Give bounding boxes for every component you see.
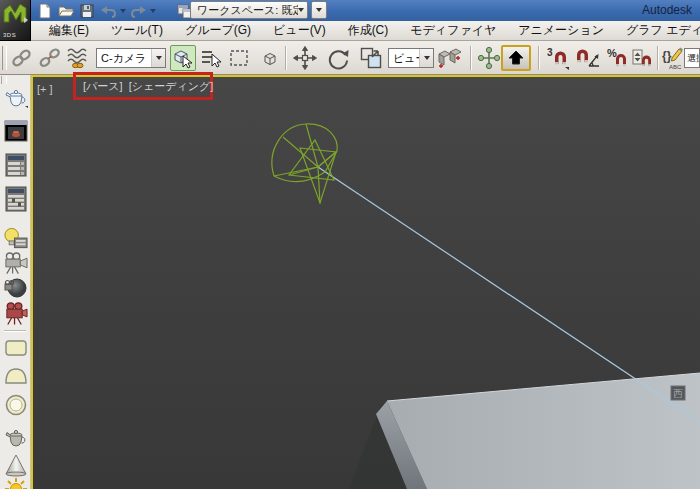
viewport-scene: 西 bbox=[33, 77, 700, 489]
svg-text:西: 西 bbox=[673, 388, 683, 399]
save-icon[interactable] bbox=[78, 2, 96, 19]
selection-filter-value: C-カメラ bbox=[97, 51, 151, 66]
autodesk-brand-label: Autodesk bbox=[642, 3, 692, 17]
select-by-name-icon[interactable] bbox=[199, 46, 223, 70]
new-file-icon[interactable] bbox=[36, 2, 54, 19]
select-object-button[interactable] bbox=[170, 45, 196, 71]
menu-tools[interactable]: ツール(T) bbox=[100, 21, 174, 40]
viewport-shading-label[interactable]: [シェーディング] bbox=[129, 79, 214, 94]
percent-snap-icon[interactable]: % bbox=[606, 46, 629, 70]
svg-text:3: 3 bbox=[547, 47, 553, 58]
link-icon[interactable] bbox=[10, 46, 34, 70]
svg-text:ABC: ABC bbox=[669, 64, 682, 70]
menu-animation[interactable]: アニメーション bbox=[507, 21, 615, 40]
unlink-icon[interactable] bbox=[38, 46, 62, 70]
named-selection-value: 選択セ bbox=[687, 52, 700, 65]
menu-create[interactable]: 作成(C) bbox=[337, 21, 400, 40]
sidebar-grip[interactable] bbox=[1, 76, 7, 84]
redo-icon[interactable] bbox=[129, 2, 147, 19]
toolbar-grip[interactable] bbox=[2, 46, 7, 70]
render-setup-icon[interactable] bbox=[3, 153, 28, 177]
area-light-icon[interactable] bbox=[3, 336, 28, 360]
named-selection-input[interactable]: 選択セ bbox=[684, 48, 700, 68]
workspace-selector[interactable]: ワークスペース: 既定 bbox=[190, 1, 308, 19]
logo-flyout-icon bbox=[24, 17, 28, 23]
qat-overflow-button[interactable] bbox=[311, 1, 327, 19]
main-toolbar: C-カメラ bbox=[0, 41, 700, 75]
quick-access-toolbar bbox=[36, 2, 194, 19]
viewport-menu-plus[interactable]: [+ ] bbox=[37, 83, 53, 95]
workspace-caret-icon bbox=[298, 8, 304, 12]
menu-modifiers[interactable]: モディファイヤ bbox=[399, 21, 507, 40]
cone-icon[interactable] bbox=[3, 453, 28, 477]
annotation-red-box: [パース] [シェーディング] bbox=[73, 72, 213, 100]
spinner-snap-icon[interactable] bbox=[631, 46, 653, 70]
environment-icon[interactable] bbox=[3, 187, 28, 211]
undo-icon[interactable] bbox=[99, 2, 117, 19]
rendered-frame-icon[interactable] bbox=[3, 119, 28, 143]
dark-sphere-icon[interactable] bbox=[3, 276, 28, 300]
menu-bar: 編集(E) ツール(T) グループ(G) ビュー(V) 作成(C) モディファイ… bbox=[0, 21, 700, 41]
redo-dropdown-icon[interactable] bbox=[150, 9, 156, 13]
ref-coord-caret-icon bbox=[419, 49, 433, 67]
menu-edit[interactable]: 編集(E) bbox=[38, 21, 100, 40]
ground-slab[interactable] bbox=[349, 373, 700, 489]
scale-icon[interactable] bbox=[357, 46, 385, 70]
viewport-pov-label[interactable]: [パース] bbox=[83, 79, 123, 94]
selection-filter-dropdown[interactable]: C-カメラ bbox=[96, 48, 166, 68]
manipulate-icon[interactable] bbox=[477, 46, 500, 70]
snap-3d-icon[interactable]: 3 bbox=[545, 46, 569, 70]
svg-text:{}: {} bbox=[662, 49, 672, 63]
move-icon[interactable] bbox=[291, 46, 319, 70]
edit-selection-sets-icon[interactable]: {} ABC bbox=[661, 46, 684, 70]
open-file-icon[interactable] bbox=[57, 2, 75, 19]
selection-filter-caret-icon bbox=[151, 49, 165, 67]
teapot-render-icon[interactable] bbox=[3, 85, 28, 109]
perspective-viewport[interactable]: [+ ] [パース] [シェーディング] bbox=[31, 75, 700, 489]
ref-coord-dropdown[interactable]: ビュー bbox=[388, 48, 434, 68]
title-bar: ワークスペース: 既定 Autodesk bbox=[0, 0, 700, 22]
disc-light-icon[interactable] bbox=[3, 393, 28, 417]
bind-spacewarp-icon[interactable] bbox=[66, 46, 90, 70]
rect-region-icon[interactable] bbox=[227, 46, 251, 70]
sun-icon[interactable] bbox=[3, 477, 28, 489]
menu-views[interactable]: ビュー(V) bbox=[262, 21, 337, 40]
left-toolbar bbox=[0, 75, 31, 489]
pivot-center-icon[interactable] bbox=[436, 46, 464, 70]
menu-group[interactable]: グループ(G) bbox=[174, 21, 262, 40]
angle-snap-icon[interactable] bbox=[574, 46, 601, 70]
up-arrow-icon bbox=[507, 50, 525, 66]
film-camera-icon[interactable] bbox=[3, 301, 28, 325]
compass-west-label: 西 bbox=[671, 386, 685, 400]
dome-light-icon[interactable] bbox=[3, 363, 28, 387]
app-logo-button[interactable]: 3DS bbox=[0, 0, 31, 41]
camera-wireframe[interactable] bbox=[272, 124, 337, 203]
camera-target-line bbox=[318, 167, 700, 422]
camera-cone-icon[interactable] bbox=[3, 251, 28, 275]
ref-coord-value: ビュー bbox=[389, 51, 419, 66]
window-crossing-icon[interactable] bbox=[254, 46, 278, 70]
menu-graph-editors[interactable]: グラフ エディタ bbox=[615, 21, 700, 40]
keyboard-override-toggle[interactable] bbox=[501, 45, 531, 71]
3dsmax-window: ワークスペース: 既定 Autodesk 3DS 編集(E) ツール(T) グル… bbox=[0, 0, 700, 489]
svg-text:%: % bbox=[607, 47, 617, 59]
workspace-selector-label: ワークスペース: 既定 bbox=[197, 3, 298, 18]
light-lister-icon[interactable] bbox=[3, 227, 28, 251]
undo-dropdown-icon[interactable] bbox=[120, 9, 126, 13]
teapot-gray-icon[interactable] bbox=[3, 425, 28, 449]
logo-3ds-label: 3DS bbox=[3, 32, 16, 38]
rotate-icon[interactable] bbox=[324, 46, 352, 70]
